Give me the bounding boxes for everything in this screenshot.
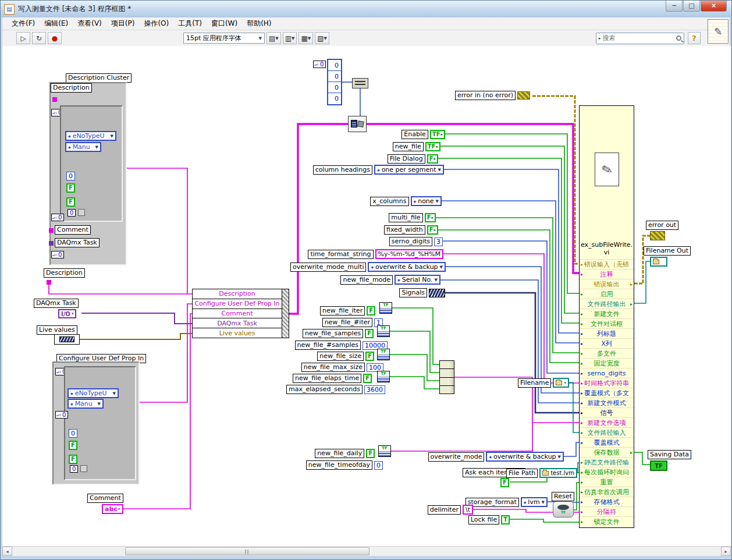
string-constant[interactable]: \t — [463, 505, 473, 515]
subvi-terminal[interactable]: ▸serno_digits — [580, 368, 634, 378]
subvi-terminal[interactable]: ▸错误输出 — [580, 279, 634, 289]
mini-array-cell[interactable] — [78, 209, 85, 216]
numeric-constant[interactable]: 3600 — [364, 385, 385, 394]
enum-constant[interactable]: ◆overwrite & backup▼ — [368, 262, 446, 272]
tf-number-cluster-icon[interactable]: TF — [377, 349, 390, 360]
bundle-row[interactable]: Description — [193, 289, 282, 299]
subvi-terminal[interactable]: ▸X列 — [580, 338, 634, 348]
boolean-constant[interactable]: F — [69, 455, 77, 464]
menu-item[interactable]: 工具(T) — [173, 17, 207, 30]
enum-mech-dropdown[interactable]: ◆Manu▼ — [67, 399, 104, 409]
boolean-constant[interactable]: F — [69, 441, 77, 450]
boolean-constant[interactable]: F — [367, 306, 375, 316]
subvi-terminal[interactable]: ▸时间格式字符串 — [580, 378, 634, 388]
subvi-terminal[interactable]: ▸新建文件 — [580, 309, 634, 318]
subvi-terminal[interactable]: ▸覆盖模式（多文 — [580, 388, 634, 398]
enum-type-dropdown[interactable]: ◆eNoTypeU▼ — [65, 131, 116, 141]
subvi-terminal[interactable]: ▸静态文件路径输 — [580, 457, 634, 467]
mini-array-index[interactable]: 0 — [67, 209, 76, 217]
search-scope-icon[interactable]: ▸ — [599, 36, 601, 41]
array-cell[interactable]: 0 — [328, 71, 341, 82]
subvi-terminal[interactable]: ▸每次循环时询问 — [580, 467, 634, 477]
subvi-terminal[interactable]: ▸重置 — [580, 477, 634, 487]
mini-array-cell[interactable] — [80, 465, 87, 472]
enum-mech-dropdown[interactable]: ◆Manu▼ — [65, 142, 101, 152]
abort-button[interactable]: ● — [48, 32, 62, 44]
string-constant[interactable]: %y-%m-%d_%H%M — [375, 249, 443, 259]
tf-number-cluster-icon[interactable]: TF — [379, 302, 392, 314]
subvi-terminal[interactable]: ▸文件路径输入 — [580, 427, 634, 437]
subvi-terminal[interactable]: ▸列标题 — [580, 328, 634, 338]
reset-button[interactable]: TF — [553, 501, 574, 518]
array-constant[interactable]: 0000 — [327, 59, 342, 105]
array-index[interactable]: ▴▾0 — [313, 61, 326, 68]
search-box[interactable]: ▸ — [596, 33, 684, 44]
boolean-constant[interactable]: TF▸ — [425, 142, 440, 151]
scrollbar-thumb[interactable] — [125, 547, 369, 555]
subvi-terminal[interactable]: ▸保存数据 — [580, 447, 634, 457]
menu-item[interactable]: 文件(F) — [7, 17, 40, 30]
error-out-indicator[interactable] — [650, 231, 665, 240]
minimize-button[interactable]: ─ — [666, 1, 683, 12]
path-constant[interactable]: test.lvm — [539, 468, 577, 478]
subvi-terminal[interactable]: ▸覆盖模式 — [580, 437, 634, 447]
run-button[interactable]: ▷ — [16, 32, 30, 44]
boolean-constant[interactable]: F — [365, 352, 374, 361]
boolean-constant[interactable]: F — [500, 478, 509, 487]
subvi-terminal[interactable]: ▸信号 — [580, 407, 634, 417]
array-index[interactable]: ▴▾0 — [55, 411, 68, 419]
saving-data-indicator[interactable]: TF — [650, 460, 667, 471]
error-in-constant[interactable]: error in (no error) — [455, 91, 530, 100]
array-cell[interactable]: 0 — [328, 93, 341, 104]
boolean-constant[interactable]: F — [66, 197, 75, 207]
block-diagram[interactable]: Description Cluster Description ▴▾0 ◆eNo… — [2, 46, 731, 546]
tf-number-cluster-icon[interactable]: TF — [378, 445, 391, 457]
bundle-row[interactable]: Live values — [193, 328, 282, 338]
numeric-constant[interactable]: 0 — [69, 429, 77, 438]
subvi-terminal[interactable]: ▸分隔符 — [580, 506, 634, 516]
align-objects-button[interactable]: ▤▼ — [266, 32, 281, 44]
tf-number-cluster-icon[interactable]: TF — [377, 371, 390, 382]
bundle-row[interactable]: DAQmx Task — [193, 318, 282, 328]
vi-icon[interactable]: ✎ — [708, 19, 729, 44]
numeric-constant[interactable]: ▴▾0 — [51, 251, 64, 258]
live-values-constant[interactable] — [54, 334, 80, 345]
dynamic-data-icon[interactable] — [429, 289, 445, 297]
subvi-terminal[interactable]: ▸仿真非首次调用 — [580, 487, 634, 497]
string-constant-abc[interactable]: abc▸ — [102, 504, 123, 514]
reorder-button[interactable]: ▧▼ — [315, 32, 329, 44]
subvi-terminal[interactable]: ▸多文件 — [580, 348, 634, 358]
boolean-constant[interactable]: F▸ — [427, 225, 438, 235]
boolean-constant[interactable]: F▸ — [427, 154, 438, 164]
boolean-constant[interactable]: F — [366, 449, 375, 458]
subvi-terminal[interactable]: ▸注释 — [580, 269, 634, 279]
enum-constant[interactable]: ◆lvm▼ — [521, 497, 548, 507]
menu-item[interactable]: 窗口(W) — [207, 17, 242, 30]
close-button[interactable]: × — [701, 1, 727, 12]
scrollbar-track[interactable] — [12, 547, 721, 556]
enum-type-dropdown[interactable]: ◆eNoTypeU▼ — [67, 388, 119, 398]
subvi-terminal[interactable]: ▸新建文件选项 — [580, 417, 634, 427]
subvi-terminal[interactable]: ▸启用 — [580, 289, 634, 299]
numeric-constant[interactable]: 0 — [374, 461, 383, 470]
array-cell[interactable]: 0 — [328, 82, 341, 93]
boolean-constant[interactable]: F — [66, 183, 75, 193]
subvi-terminal[interactable]: ▸新建文件模式 — [580, 398, 634, 407]
subvi-terminal[interactable]: ▸锁定文件 — [580, 516, 634, 526]
subvi-ex-subfilewrite[interactable]: ✎ ex_subFileWrite. vi ▸错误输入（无错▸注释▸错误输出▸启… — [579, 105, 634, 528]
search-input[interactable] — [603, 34, 674, 42]
enum-constant[interactable]: ◆one per segment▼ — [374, 165, 444, 175]
subvi-terminal[interactable]: ▸文件对话框 — [580, 318, 634, 328]
enum-constant[interactable]: ◆none▼ — [411, 196, 442, 206]
array-index[interactable]: ▴▾0 — [51, 214, 64, 221]
menu-item[interactable]: 操作(O) — [139, 17, 173, 30]
daqmx-task-constant[interactable]: I/O▾ — [58, 309, 76, 318]
run-continuous-button[interactable]: ↻ — [32, 32, 46, 44]
convert-to-dynamic-data-node[interactable] — [348, 116, 367, 132]
numeric-constant[interactable]: 0 — [66, 172, 75, 180]
font-selector[interactable]: 15pt 应用程序字体 ▼ — [183, 33, 265, 44]
build-array-bundle-node[interactable] — [439, 360, 454, 394]
maximize-button[interactable]: □ — [683, 1, 700, 12]
distribute-objects-button[interactable]: ▥▼ — [283, 32, 297, 44]
subvi-terminal[interactable]: ▸文件路径输出 — [580, 299, 634, 309]
